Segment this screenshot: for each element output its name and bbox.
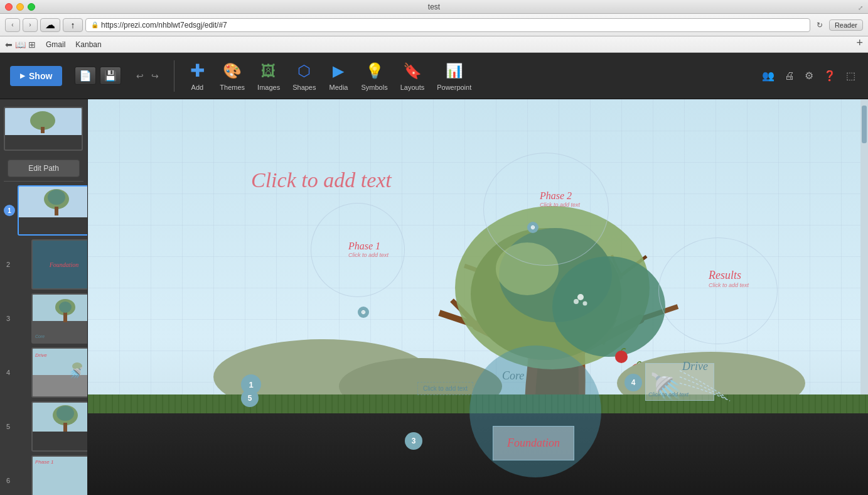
slide-4-label: Drive: [35, 352, 47, 358]
path-circle-3[interactable]: 3: [405, 432, 422, 450]
show-button[interactable]: Show: [10, 66, 62, 86]
phase1-label[interactable]: Phase 1: [348, 241, 380, 251]
results-sub[interactable]: Click to add text: [709, 282, 749, 288]
bookmark-icon-1[interactable]: ⬅: [5, 40, 13, 50]
slide-thumbnail-3[interactable]: Core: [31, 293, 88, 344]
add-icon: ✚: [187, 61, 207, 81]
symbols-button[interactable]: 💡 Symbols: [361, 61, 387, 91]
address-bar[interactable]: 🔒 https://prezi.com/nhblwt7edsgj/edit/#7: [85, 18, 810, 32]
phase1-area: Phase 1 Click to add text: [348, 241, 388, 258]
logout-button[interactable]: ⬚: [844, 67, 858, 84]
minimize-button[interactable]: [16, 3, 24, 11]
drive-label[interactable]: Drive: [682, 360, 708, 373]
path-circle-4[interactable]: 4: [624, 374, 642, 391]
cloud-button[interactable]: ☁: [40, 18, 60, 32]
slide-6-wrapper: 6 Phase 1 cagechristian: [4, 455, 83, 495]
bookmark-icon-2[interactable]: 📖: [15, 40, 26, 50]
powerpoint-button[interactable]: 📊 Powerpoint: [437, 61, 471, 91]
window-controls[interactable]: [5, 3, 35, 11]
results-label[interactable]: Results: [709, 269, 741, 281]
bookmark-gmail[interactable]: Gmail: [46, 40, 65, 49]
slide-1-number: 1: [4, 205, 15, 216]
slide-5-wrapper: 5: [4, 401, 83, 452]
add-tab-button[interactable]: +: [856, 36, 863, 50]
toolbar: Show 📄 💾 ↩ ↪ ✚ Add 🎨 Themes 🖼 Images ⬡ S…: [0, 53, 868, 99]
powerpoint-label: Powerpoint: [437, 84, 471, 91]
main-area: Edit Path 1 2 Foundation: [0, 99, 868, 495]
foundation-label: Foundation: [507, 437, 560, 450]
back-button[interactable]: ‹: [5, 18, 20, 32]
scrollbar-thumb[interactable]: [862, 106, 867, 143]
shapes-button[interactable]: ⬡ Shapes: [292, 61, 316, 91]
foundation-text-box[interactable]: Foundation: [493, 426, 574, 460]
users-button[interactable]: 👥: [759, 67, 777, 84]
top-thumb-wrapper: [4, 104, 83, 152]
shapes-label: Shapes: [292, 84, 316, 91]
phase1-sub[interactable]: Click to add text: [348, 252, 388, 258]
close-button[interactable]: [5, 3, 13, 11]
core-label[interactable]: Core: [502, 369, 524, 382]
path-circle-phase2[interactable]: ⊕: [527, 222, 538, 233]
resize-icon: ⤢: [858, 1, 863, 13]
title-bar: test ⤢: [0, 0, 868, 14]
drive-add-text: Click to add text: [648, 391, 689, 398]
svg-point-3: [48, 190, 65, 205]
toolbar-divider: [174, 60, 174, 92]
symbols-icon: 💡: [365, 61, 385, 81]
small-add-text-1[interactable]: Click to add text: [417, 382, 473, 395]
save-button[interactable]: 💾: [100, 67, 121, 85]
layouts-button[interactable]: 🔖 Layouts: [400, 61, 425, 91]
redo-button[interactable]: ↪: [149, 68, 161, 84]
bookmark-icon-3[interactable]: ⊞: [28, 40, 36, 50]
save-new-button[interactable]: 📄: [75, 67, 96, 85]
phase2-label[interactable]: Phase 2: [540, 190, 572, 201]
media-button[interactable]: ▶ Media: [328, 61, 348, 91]
undo-redo-group: ↩ ↪: [134, 68, 161, 84]
core-area[interactable]: Core: [502, 369, 524, 383]
slide-1-wrapper: 1: [4, 185, 83, 236]
phase2-area: Phase 2 Click to add text: [540, 190, 580, 208]
svg-rect-6: [63, 312, 67, 322]
canvas-area[interactable]: Foundation: [88, 99, 868, 495]
svg-text:🚿: 🚿: [69, 366, 83, 380]
share-button[interactable]: ↑: [63, 18, 83, 32]
svg-rect-12: [63, 423, 67, 432]
path-circle-1[interactable]: 1: [241, 374, 261, 394]
slide-thumbnail-2[interactable]: Foundation: [31, 239, 88, 290]
small-add-text-1-label: Click to add text: [423, 385, 468, 392]
slide-thumbnail-5[interactable]: [31, 401, 88, 452]
top-thumbnail[interactable]: [4, 107, 83, 151]
slide-thumbnail-6[interactable]: Phase 1 cagechristian: [31, 455, 88, 495]
navigation-bar: ‹ › ☁ ↑ 🔒 https://prezi.com/nhblwt7edsgj…: [0, 14, 868, 36]
forward-button[interactable]: ›: [23, 18, 38, 32]
maximize-button[interactable]: [28, 3, 35, 11]
click-to-add-main[interactable]: Click to add text: [251, 168, 392, 192]
slide-2-label: Foundation: [50, 261, 79, 268]
edit-path-button[interactable]: Edit Path: [8, 160, 80, 177]
themes-button[interactable]: 🎨 Themes: [220, 61, 245, 91]
themes-label: Themes: [220, 84, 245, 91]
slide-2-wrapper: 2 Foundation: [4, 239, 83, 290]
add-button[interactable]: ✚ Add: [187, 61, 207, 91]
reader-button[interactable]: Reader: [829, 19, 863, 31]
bookmark-kanban[interactable]: Kanban: [75, 40, 101, 49]
reload-button[interactable]: ↻: [813, 18, 827, 32]
drive-area[interactable]: Drive: [682, 360, 708, 373]
svg-rect-1: [41, 127, 45, 133]
help-button[interactable]: ❓: [821, 67, 839, 84]
slide-3-label: Core: [35, 334, 45, 339]
phase2-circle: [483, 153, 609, 266]
undo-button[interactable]: ↩: [134, 68, 146, 84]
slide-4-wrapper: 4 🚿 Drive: [4, 347, 83, 398]
svg-point-18: [615, 351, 628, 363]
images-icon: 🖼: [259, 61, 279, 81]
slide-thumbnail-1[interactable]: [18, 185, 88, 236]
themes-icon: 🎨: [222, 61, 242, 81]
print-button[interactable]: 🖨: [782, 68, 797, 84]
phase2-sub[interactable]: Click to add text: [540, 202, 580, 208]
settings-button[interactable]: ⚙: [802, 67, 816, 84]
svg-point-16: [552, 256, 665, 357]
slide-thumbnail-4[interactable]: 🚿 Drive: [31, 347, 88, 398]
path-circle-phase1[interactable]: ⊕: [358, 307, 369, 318]
images-button[interactable]: 🖼 Images: [257, 61, 280, 91]
